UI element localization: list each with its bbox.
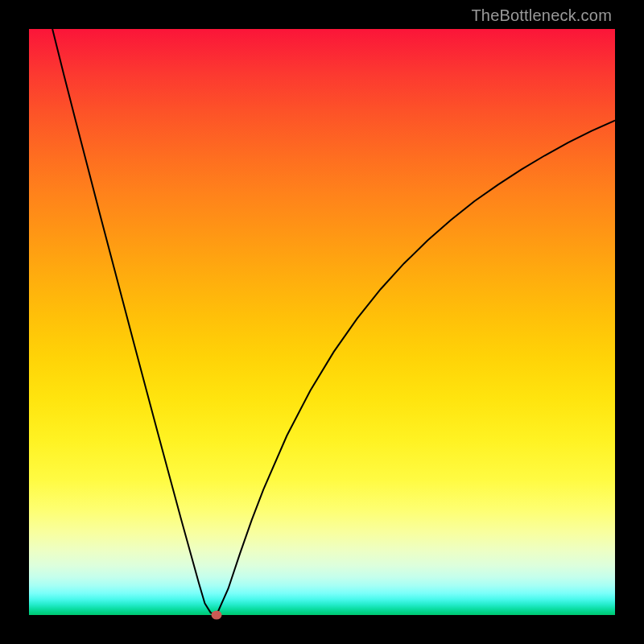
- plot-area: [29, 29, 615, 615]
- bottleneck-curve: [29, 29, 615, 615]
- watermark-text: TheBottleneck.com: [471, 6, 612, 25]
- chart-frame: TheBottleneck.com: [0, 0, 644, 644]
- minimum-marker: [211, 611, 221, 620]
